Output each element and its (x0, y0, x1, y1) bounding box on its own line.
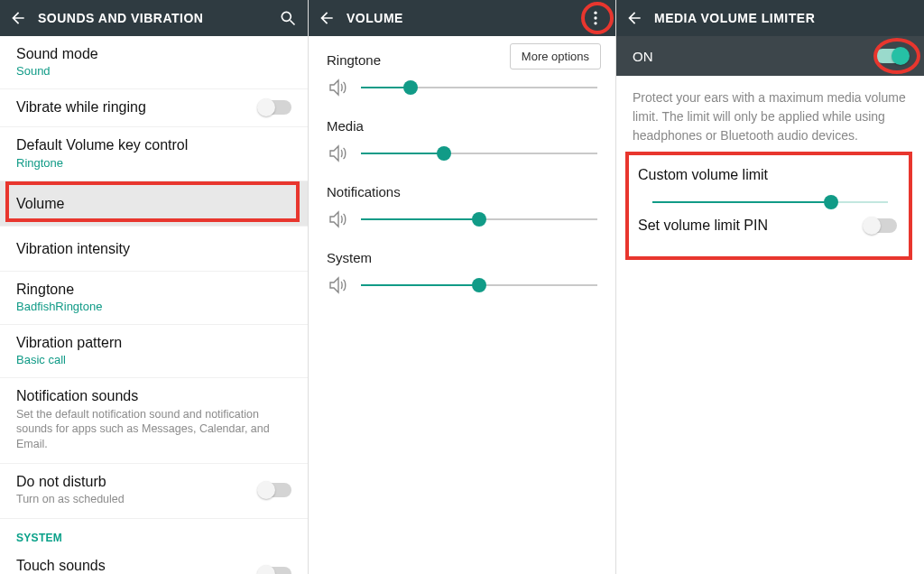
volume-label: System (327, 250, 597, 265)
svg-line-1 (291, 21, 295, 25)
speaker-icon (327, 208, 348, 230)
item-subtext: Ringtone (16, 156, 291, 170)
dnd-toggle[interactable] (259, 483, 291, 497)
back-button[interactable] (316, 7, 337, 29)
speaker-icon (327, 77, 348, 98)
item-touch-sounds[interactable]: Touch sounds Play sounds when you touch … (0, 548, 308, 574)
appbar: SOUNDS AND VIBRATION (0, 0, 308, 36)
settings-list: Sound mode Sound Vibrate while ringing D… (0, 36, 308, 574)
media-slider[interactable] (361, 153, 597, 154)
custom-limit-label: Custom volume limit (633, 167, 908, 183)
item-label: Vibration pattern (16, 334, 291, 351)
item-vibrate-while-ringing[interactable]: Vibrate while ringing (0, 89, 308, 127)
item-set-pin[interactable]: Set volume limit PIN (633, 203, 908, 234)
section-header-system: SYSTEM (0, 519, 308, 548)
item-label: Default Volume key control (16, 136, 291, 153)
volume-notifications: Notifications (309, 173, 615, 239)
custom-limit-section: Custom volume limit Set volume limit PIN (625, 158, 915, 248)
media-volume-limiter-panel: MEDIA VOLUME LIMITER ON Protect your ear… (615, 0, 924, 574)
notifications-slider[interactable] (361, 218, 597, 220)
item-default-volume-key[interactable]: Default Volume key control Ringtone (0, 127, 308, 181)
item-notification-sounds[interactable]: Notification sounds Set the default noti… (0, 378, 308, 464)
volume-system: System (309, 239, 615, 305)
on-label: ON (633, 49, 653, 64)
overflow-menu-button[interactable] (583, 5, 608, 31)
item-do-not-disturb[interactable]: Do not disturb Turn on as scheduled (0, 464, 308, 519)
item-label: Sound mode (16, 45, 291, 62)
item-label: Vibration intensity (16, 240, 291, 257)
item-subtext: Basic call (16, 353, 291, 366)
more-options-button[interactable]: More options (510, 43, 601, 69)
svg-point-4 (594, 22, 596, 24)
back-button[interactable] (7, 7, 29, 29)
speaker-icon (327, 274, 348, 296)
pin-label: Set volume limit PIN (638, 218, 768, 234)
item-label: Vibrate while ringing (16, 98, 146, 116)
item-ringtone[interactable]: Ringtone BadfishRingtone (0, 272, 308, 325)
appbar-title: MEDIA VOLUME LIMITER (654, 11, 917, 25)
item-description: Set the default notification sound and n… (16, 407, 291, 453)
speaker-icon (327, 143, 348, 164)
sounds-and-vibration-panel: SOUNDS AND VIBRATION Sound mode Sound Vi… (0, 0, 308, 574)
item-vibration-pattern[interactable]: Vibration pattern Basic call (0, 325, 308, 378)
svg-point-0 (282, 12, 291, 21)
item-description: Turn on as scheduled (16, 492, 125, 507)
arrow-left-icon (625, 9, 643, 27)
item-vibration-intensity[interactable]: Vibration intensity (0, 227, 308, 272)
system-slider[interactable] (361, 284, 597, 286)
volume-panel: VOLUME More options Ringtone Media (308, 0, 615, 574)
item-label: Notification sounds (16, 387, 291, 404)
limiter-description: Protect your ears with a maximum media v… (616, 76, 924, 158)
item-volume[interactable]: Volume (0, 181, 308, 227)
pin-toggle[interactable] (864, 218, 897, 233)
volume-media: Media (309, 107, 615, 173)
appbar-title: VOLUME (346, 11, 583, 25)
svg-point-2 (594, 12, 596, 14)
touch-sounds-toggle[interactable] (259, 567, 291, 574)
ringtone-slider[interactable] (361, 87, 597, 88)
svg-point-3 (594, 16, 596, 19)
limiter-on-bar: ON (616, 36, 924, 76)
appbar: MEDIA VOLUME LIMITER (616, 0, 924, 36)
item-label: Ringtone (16, 281, 291, 298)
arrow-left-icon (9, 9, 27, 27)
item-label: Volume (16, 195, 291, 212)
item-subtext: Sound (16, 64, 291, 78)
item-label: Do not disturb (16, 473, 125, 490)
item-subtext: BadfishRingtone (16, 300, 291, 313)
search-button[interactable] (275, 5, 300, 31)
vibrate-toggle[interactable] (259, 100, 291, 115)
appbar: VOLUME (309, 0, 615, 36)
arrow-left-icon (318, 9, 336, 27)
search-icon (279, 9, 297, 27)
limiter-master-toggle[interactable] (875, 49, 908, 63)
item-label: Touch sounds (16, 557, 243, 574)
back-button[interactable] (624, 7, 645, 29)
more-vert-icon (587, 9, 605, 27)
appbar-title: SOUNDS AND VIBRATION (38, 11, 275, 25)
custom-limit-slider[interactable] (652, 201, 888, 203)
item-sound-mode[interactable]: Sound mode Sound (0, 36, 308, 89)
volume-label: Media (327, 118, 597, 134)
volume-label: Notifications (327, 184, 597, 199)
